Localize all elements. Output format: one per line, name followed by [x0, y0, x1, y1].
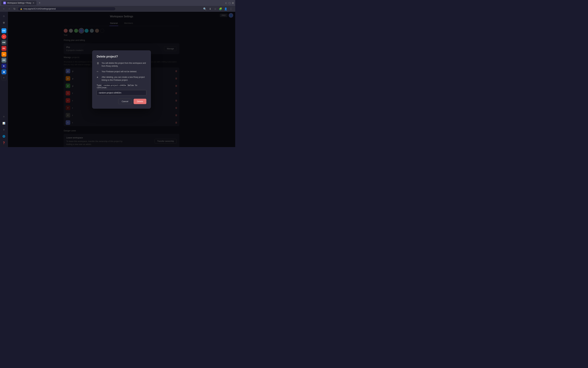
menu-icon[interactable]: ⋮ [229, 7, 233, 11]
sidebar-divider [2, 27, 6, 27]
main-content: PRO 👤 Workspace Settings General Members [8, 12, 235, 147]
sidebar-workspace-2[interactable]: ● [1, 34, 6, 39]
pencil-icon: ✏ [97, 70, 100, 73]
profile-icon[interactable]: 👤 [223, 7, 228, 11]
cancel-button[interactable]: Cancel [118, 99, 132, 104]
browser-minimize-icon[interactable]: ⊏ [225, 2, 227, 4]
modal-info-text-2: Your Firebase project will not be delete… [102, 70, 137, 73]
modal-info-1: 🗑 You will delete this project from this… [97, 62, 146, 67]
trash-icon: 🗑 [97, 62, 100, 65]
search-icon[interactable]: 🔍 [203, 7, 207, 11]
sidebar-workspace-8[interactable]: ▣ [1, 69, 6, 74]
modal-info-text-3: After deleting, you can create a new Row… [102, 76, 146, 82]
sidebar-bottom-item-5[interactable]: ❓ [1, 140, 7, 146]
extensions-icon[interactable]: 🧩 [218, 7, 223, 11]
address-bar[interactable]: 🔒 rowy.app/w/2CA1KD/settings/general [18, 7, 116, 11]
confirm-input[interactable] [97, 90, 146, 95]
browser-tab[interactable]: R Workspace Settings • Rowy ✕ [1, 1, 36, 5]
back-button[interactable]: ← [2, 7, 6, 11]
sidebar-workspace-b[interactable]: B [1, 64, 6, 68]
modal-info-2: ✏ Your Firebase project will not be dele… [97, 70, 146, 73]
browser-maximize-icon[interactable]: ▢ [228, 2, 231, 4]
browser-chrome: R Workspace Settings • Rowy ✕ + ⊏ ▢ ⊠ ← … [0, 0, 235, 12]
project-name-confirm: random-project-s9483m [103, 84, 127, 87]
modal-title: Delete project? [97, 55, 146, 58]
sidebar-workspace-aw[interactable]: AW [1, 58, 6, 63]
sidebar-workspace-hw[interactable]: HW [1, 40, 6, 45]
sidebar-item-home[interactable]: ⌂ [1, 13, 7, 19]
modal-confirm-label: Type random-project-s9483m below to cont… [97, 84, 146, 89]
sidebar-bottom-item-2[interactable]: 📊 [1, 120, 7, 126]
sidebar-workspace-5[interactable]: ⊙ [1, 52, 6, 57]
app-layout: ⌂ ⊕ BW ● HW RS ⊙ AW B ▣ + ≡ 📊 ⬆ 🌐 ❓ PRO … [0, 12, 235, 147]
bookmark-icon[interactable]: ☆ [213, 7, 217, 11]
tab-favicon: R [3, 2, 6, 4]
sidebar-workspace-rs[interactable]: RS [1, 46, 6, 51]
modal-info-3: + After deleting, you can create a new R… [97, 76, 146, 82]
sidebar-bottom: ≡ 📊 ⬆ 🌐 ❓ [1, 112, 7, 146]
modal-actions: Cancel Delete [97, 99, 146, 104]
browser-close-icon[interactable]: ⊠ [232, 2, 234, 4]
modal-overlay: Delete project? 🗑 You will delete this p… [8, 12, 235, 147]
new-tab-button[interactable]: + [38, 1, 42, 5]
tab-title: Workspace Settings • Rowy [7, 2, 31, 4]
modal-info-text-1: You will delete this project from this w… [102, 62, 146, 67]
browser-toolbar: ← → ↻ 🔒 rowy.app/w/2CA1KD/settings/gener… [0, 6, 235, 12]
download-icon[interactable]: ⬇ [208, 7, 212, 11]
tab-close-icon[interactable]: ✕ [33, 2, 35, 4]
browser-actions: 🔍 ⬇ ☆ 🧩 👤 ⋮ [203, 7, 233, 11]
sidebar-bottom-item-4[interactable]: 🌐 [1, 133, 7, 139]
url-text: rowy.app/w/2CA1KD/settings/general [23, 8, 56, 10]
sidebar-bottom-item-1[interactable]: ≡ [1, 114, 7, 120]
sidebar-item-search[interactable]: ⊕ [1, 20, 7, 26]
sidebar-add-workspace[interactable]: + [1, 75, 6, 80]
lock-icon: 🔒 [20, 8, 22, 10]
sidebar-workspace-bw[interactable]: BW [1, 28, 6, 33]
sidebar: ⌂ ⊕ BW ● HW RS ⊙ AW B ▣ + ≡ 📊 ⬆ 🌐 ❓ [0, 12, 8, 147]
plus-icon: + [97, 76, 100, 79]
forward-button[interactable]: → [7, 7, 11, 11]
delete-button[interactable]: Delete [134, 99, 146, 104]
reload-button[interactable]: ↻ [12, 7, 16, 11]
delete-project-modal: Delete project? 🗑 You will delete this p… [92, 50, 151, 109]
browser-titlebar: R Workspace Settings • Rowy ✕ + ⊏ ▢ ⊠ [0, 0, 235, 6]
sidebar-bottom-item-3[interactable]: ⬆ [1, 127, 7, 133]
